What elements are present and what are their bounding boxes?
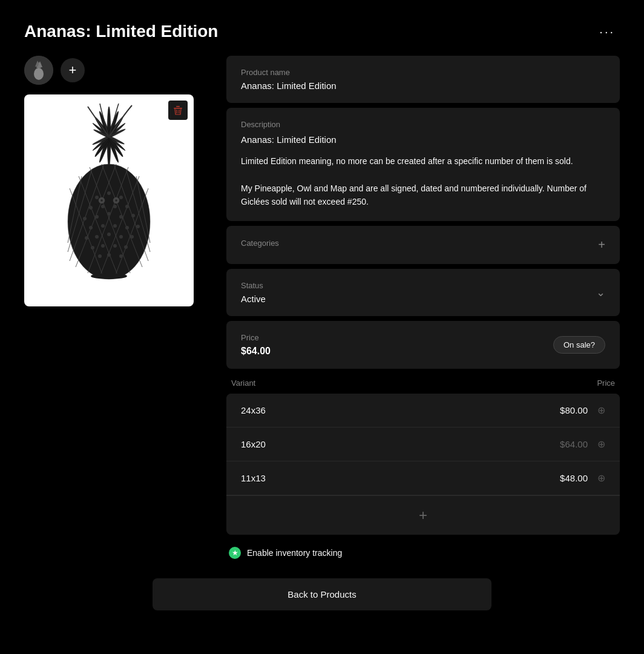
categories-label: Categories (241, 239, 279, 248)
status-label: Status (241, 281, 596, 290)
svg-point-47 (113, 224, 117, 228)
status-chevron-icon: ⌄ (596, 286, 605, 299)
variant-header-variant: Variant (231, 378, 255, 388)
svg-point-42 (119, 215, 123, 219)
variant-price-value-3: $48.00 (560, 473, 588, 483)
drag-icon-1: ⊕ (597, 405, 605, 416)
variant-price-value-1: $80.00 (560, 405, 588, 415)
svg-point-18 (68, 164, 150, 279)
price-section: Price $64.00 On sale? (226, 321, 620, 369)
description-product-name: Ananas: Limited Edition (241, 133, 605, 147)
svg-point-43 (131, 214, 135, 217)
variant-name-1: 24x36 (241, 405, 266, 415)
price-value: $64.00 (241, 346, 271, 357)
inventory-label: Enable inventory tracking (247, 548, 342, 558)
svg-point-33 (95, 196, 99, 199)
svg-point-45 (89, 226, 93, 230)
svg-point-65 (115, 199, 117, 202)
description-label: Description (241, 120, 605, 129)
description-line2: My Pineapple, Owl and Map and are all si… (241, 182, 605, 209)
svg-point-41 (107, 212, 111, 216)
status-value: Active (241, 294, 596, 304)
back-to-products-button[interactable]: Back to Products (153, 578, 491, 610)
variant-price-2: $64.00 ⊕ (560, 438, 605, 450)
description-line1: Limited Edition meaning, no more can be … (241, 154, 605, 168)
delete-image-button[interactable] (168, 101, 188, 120)
variant-price-1: $80.00 ⊕ (560, 405, 605, 416)
left-panel: + (24, 56, 212, 559)
back-button-container: Back to Products (0, 578, 644, 635)
avatar (24, 56, 53, 85)
svg-point-1 (34, 68, 44, 80)
svg-rect-6 (176, 106, 180, 107)
product-image-container (24, 94, 194, 306)
svg-point-50 (95, 235, 99, 239)
svg-point-48 (125, 226, 129, 230)
svg-point-46 (101, 224, 105, 228)
svg-point-54 (85, 236, 88, 240)
product-name-value: Ananas: Limited Edition (241, 81, 605, 91)
svg-point-60 (119, 254, 123, 258)
svg-point-35 (119, 196, 123, 199)
drag-icon-3: ⊕ (597, 472, 605, 484)
svg-point-49 (136, 225, 140, 228)
variant-price-3: $48.00 ⊕ (560, 472, 605, 484)
table-row[interactable]: 11x13 $48.00 ⊕ (226, 461, 620, 495)
product-name-section: Product name Ananas: Limited Edition (226, 56, 620, 103)
svg-point-38 (125, 205, 129, 208)
svg-point-53 (130, 235, 134, 239)
svg-point-64 (100, 199, 103, 202)
svg-point-37 (113, 205, 117, 208)
image-controls: + (24, 56, 212, 85)
variants-table: 24x36 $80.00 ⊕ 16x20 $64.00 ⊕ 11x13 (226, 394, 620, 535)
svg-point-52 (119, 235, 123, 239)
variant-name-2: 16x20 (241, 439, 266, 449)
svg-point-39 (89, 206, 93, 210)
svg-point-55 (101, 244, 105, 248)
add-variant-icon: + (419, 507, 427, 524)
right-panel: Product name Ananas: Limited Edition Des… (226, 56, 620, 559)
on-sale-button[interactable]: On sale? (553, 336, 605, 354)
svg-point-61 (98, 254, 102, 258)
more-options-button[interactable]: ··· (594, 22, 620, 41)
svg-point-40 (95, 215, 99, 219)
svg-point-51 (107, 233, 111, 236)
svg-rect-5 (174, 108, 182, 109)
product-image (36, 104, 182, 297)
description-section: Description Ananas: Limited Edition Limi… (226, 108, 620, 221)
status-content: Status Active (241, 281, 596, 304)
svg-point-34 (107, 191, 111, 195)
svg-point-58 (91, 246, 94, 249)
variants-section: Variant Price 24x36 $80.00 ⊕ 16x20 $64.0… (226, 378, 620, 535)
variant-name-3: 11x13 (241, 473, 266, 483)
svg-point-44 (83, 217, 87, 220)
status-section[interactable]: Status Active ⌄ (226, 269, 620, 316)
page-title: Ananas: Limited Edition (24, 22, 218, 41)
variant-header-price: Price (597, 378, 615, 388)
variant-price-value-2: $64.00 (560, 439, 588, 449)
inventory-icon: ★ (229, 547, 241, 559)
variants-header: Variant Price (226, 378, 620, 394)
drag-icon-2: ⊕ (597, 438, 605, 450)
product-name-label: Product name (241, 68, 605, 77)
svg-point-56 (113, 244, 117, 248)
categories-section[interactable]: Categories + (226, 226, 620, 264)
add-variant-row[interactable]: + (226, 495, 620, 535)
price-content: Price $64.00 (241, 333, 271, 357)
table-row[interactable]: 24x36 $80.00 ⊕ (226, 394, 620, 428)
svg-point-36 (101, 205, 105, 208)
svg-point-57 (124, 245, 128, 249)
svg-point-59 (107, 253, 111, 257)
categories-add-icon: + (598, 238, 605, 252)
price-label: Price (241, 333, 271, 342)
add-image-button[interactable]: + (61, 58, 85, 82)
inventory-tracking[interactable]: ★ Enable inventory tracking (226, 547, 620, 559)
table-row[interactable]: 16x20 $64.00 ⊕ (226, 428, 620, 461)
description-content: Ananas: Limited Edition Limited Edition … (241, 133, 605, 209)
svg-point-66 (91, 273, 127, 279)
